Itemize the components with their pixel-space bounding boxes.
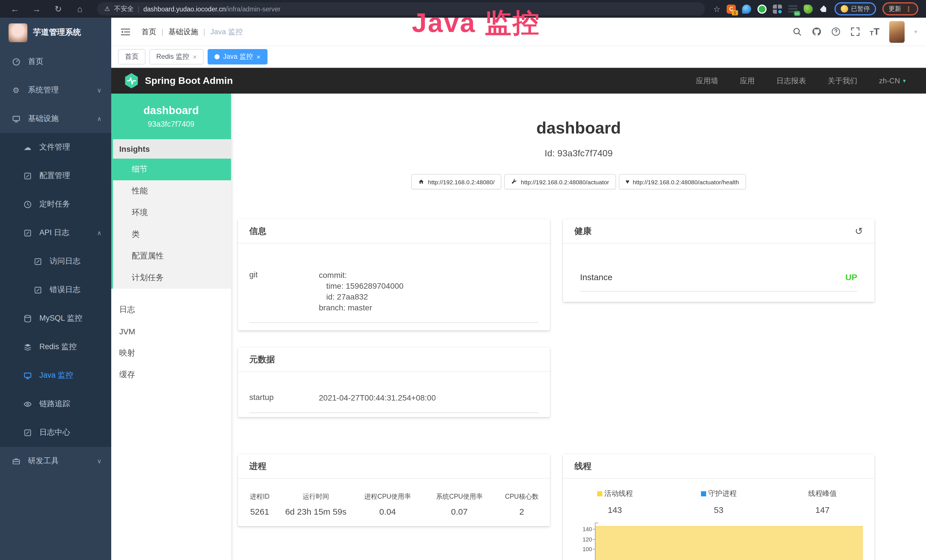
git-time-line: time: 1596289704000 <box>319 281 404 292</box>
extension-icon-pin[interactable] <box>742 4 751 14</box>
sidebar-item-home[interactable]: 首页 <box>0 47 111 76</box>
sba-menu-mappings[interactable]: 映射 <box>111 342 231 364</box>
sidebar-fold-icon[interactable] <box>120 28 131 36</box>
home-icon[interactable]: ⌂ <box>75 4 85 14</box>
security-label[interactable]: 不安全 <box>114 5 134 13</box>
app-logo[interactable]: 芋道管理系统 <box>0 18 111 47</box>
search-icon[interactable] <box>792 27 802 36</box>
tab-home[interactable]: 首页 <box>118 49 145 65</box>
help-icon[interactable] <box>831 27 841 36</box>
extension-icon-green-circle[interactable] <box>758 4 767 14</box>
tab-redis[interactable]: Redis 监控 × <box>150 49 204 65</box>
actuator-url-button[interactable]: http://192.168.0.2:48080/actuator <box>504 174 616 190</box>
sba-menu-environment[interactable]: 环境 <box>113 202 231 224</box>
tab-java-active[interactable]: Java 监控 × <box>207 49 267 65</box>
forward-icon[interactable]: → <box>32 4 41 14</box>
close-icon[interactable]: × <box>193 53 197 61</box>
spring-boot-admin-frame: Spring Boot Admin 应用墙 应用 日志报表 关于我们 zh-CN… <box>111 68 926 560</box>
y-tick-label: 120 <box>583 534 592 545</box>
instance-header[interactable]: dashboard 93a3fc7f7409 <box>111 94 231 139</box>
process-card: 进程 进程ID 运行时间 进程CPU使用率 系统CPU使用率 CPU核心数 <box>238 454 550 526</box>
sidebar-item-label: 日志中心 <box>39 427 70 437</box>
breadcrumb-infra[interactable]: 基础设施 <box>168 27 198 37</box>
page-title: dashboard <box>231 119 926 138</box>
active-tab-dot <box>215 54 219 59</box>
sidebar-item-mysql[interactable]: MySQL 监控 <box>0 304 111 333</box>
sba-nav-applications[interactable]: 应用 <box>740 76 755 86</box>
sidebar-item-infra[interactable]: 基础设施 ∧ <box>0 104 111 133</box>
sidebar-item-label: 基础设施 <box>28 114 59 124</box>
sba-menu-scheduled[interactable]: 计划任务 <box>113 267 231 289</box>
sba-menu-details[interactable]: 细节 <box>113 159 231 180</box>
font-size-icon[interactable]: TT <box>870 27 879 36</box>
sidebar-item-error-log[interactable]: 错误日志 <box>0 275 111 304</box>
bookmark-star-icon[interactable]: ☆ <box>713 4 720 14</box>
sidebar-item-api-log[interactable]: API 日志 ∧ <box>0 218 111 247</box>
health-url-button[interactable]: ♥ http://192.168.0.2:48080/actuator/heal… <box>619 174 746 190</box>
caret-down-icon[interactable]: ▾ <box>914 29 917 35</box>
sidebar-item-system[interactable]: ⚙ 系统管理 ∨ <box>0 76 111 104</box>
info-key: git <box>249 270 319 313</box>
refresh-icon[interactable]: ↻ <box>54 4 63 14</box>
threads-card-title: 线程 <box>563 454 875 479</box>
sidebar-submenu-infra: ☁ 文件管理 配置管理 定时任务 <box>0 133 111 447</box>
sba-menu-caches[interactable]: 缓存 <box>111 364 231 386</box>
metadata-card-title: 元数据 <box>238 348 550 372</box>
sba-nav-about[interactable]: 关于我们 <box>828 76 857 86</box>
sba-menu-logfile[interactable]: 日志 <box>111 299 231 321</box>
screenshot-root: ← → ↻ ⌂ ⚠ 不安全 | dashboard.yudao.iocoder.… <box>0 0 926 560</box>
chevron-down-icon: ∨ <box>97 457 101 465</box>
url-text[interactable]: dashboard.yudao.iocoder.cn/infra/admin-s… <box>144 5 281 12</box>
close-icon[interactable]: × <box>256 53 260 61</box>
avatar[interactable] <box>889 21 905 42</box>
extension-badge: 1 <box>732 10 738 15</box>
address-bar[interactable]: ⚠ 不安全 | dashboard.yudao.iocoder.cn/infra… <box>97 2 705 15</box>
extension-icon-grid[interactable] <box>773 4 782 14</box>
update-button[interactable]: 更新 ⋮ <box>882 2 918 15</box>
sba-nav-journal[interactable]: 日志报表 <box>776 76 806 86</box>
sidebar-item-redis[interactable]: Redis 监控 <box>0 333 111 361</box>
extension-icon-leaf[interactable] <box>803 4 813 14</box>
process-value-row: 5261 6d 23h 15m 59s 0.04 0.07 2 <box>238 501 550 517</box>
breadcrumb-home[interactable]: 首页 <box>141 27 156 37</box>
browser-menu-icon[interactable]: ⋮ <box>905 5 912 13</box>
service-url-button[interactable]: http://192.168.0.2:48080/ <box>412 174 502 190</box>
extensions-puzzle-icon[interactable] <box>819 4 828 14</box>
heart-icon: ♥ <box>626 179 629 185</box>
history-icon[interactable]: ↺ <box>855 227 863 236</box>
sidebar-item-log-center[interactable]: 日志中心 <box>0 418 111 447</box>
sba-menu-metrics[interactable]: 性能 <box>113 180 231 202</box>
git-branch-line: branch: master <box>319 303 404 313</box>
sba-menu-jvm[interactable]: JVM <box>111 321 231 342</box>
sba-nav-wall[interactable]: 应用墙 <box>696 76 718 86</box>
sidebar-item-java-monitor[interactable]: Java 监控 <box>0 361 111 390</box>
update-label: 更新 <box>889 5 901 13</box>
chevron-down-icon: ▾ <box>903 77 906 84</box>
sidebar-item-job[interactable]: 定时任务 <box>0 190 111 218</box>
sba-locale-select[interactable]: zh-CN ▾ <box>879 76 906 85</box>
process-cpu: 0.04 <box>350 507 425 517</box>
extension-icon-switch[interactable]: on <box>788 4 797 14</box>
legend-label: 活动线程 <box>604 489 633 499</box>
eye-icon <box>23 400 32 409</box>
threads-chart: 140 120 100 <box>563 523 875 560</box>
threads-legend: 活动线程 守护进程 线程峰值 <box>563 489 875 499</box>
sba-brand[interactable]: Spring Boot Admin <box>124 73 233 89</box>
back-icon[interactable]: ← <box>10 4 20 14</box>
sidebar-item-dev-tool[interactable]: 研发工具 ∨ <box>0 447 111 475</box>
extension-icon-colorzilla[interactable]: C1 <box>727 4 736 14</box>
peak-threads-value: 147 <box>770 505 875 515</box>
fullscreen-icon[interactable] <box>850 27 860 36</box>
cards-grid: 信息 git commit: time: 1596289704000 id: 2… <box>231 219 926 560</box>
profile-paused-badge[interactable]: 已暂停 <box>834 2 876 15</box>
instance-id-line: Id: 93a3fc7f7409 <box>231 148 926 159</box>
sidebar-item-config[interactable]: 配置管理 <box>0 162 111 190</box>
sba-menu-classes[interactable]: 类 <box>113 224 231 245</box>
sba-menu-configprops[interactable]: 配置属性 <box>113 245 231 267</box>
sidebar-item-file[interactable]: ☁ 文件管理 <box>0 133 111 162</box>
sba-locale-label: zh-CN <box>879 76 900 85</box>
legend-label: 守护进程 <box>708 489 737 499</box>
github-icon[interactable] <box>812 27 822 36</box>
sidebar-item-access-log[interactable]: 访问日志 <box>0 247 111 275</box>
sidebar-item-trace[interactable]: 链路追踪 <box>0 390 111 418</box>
